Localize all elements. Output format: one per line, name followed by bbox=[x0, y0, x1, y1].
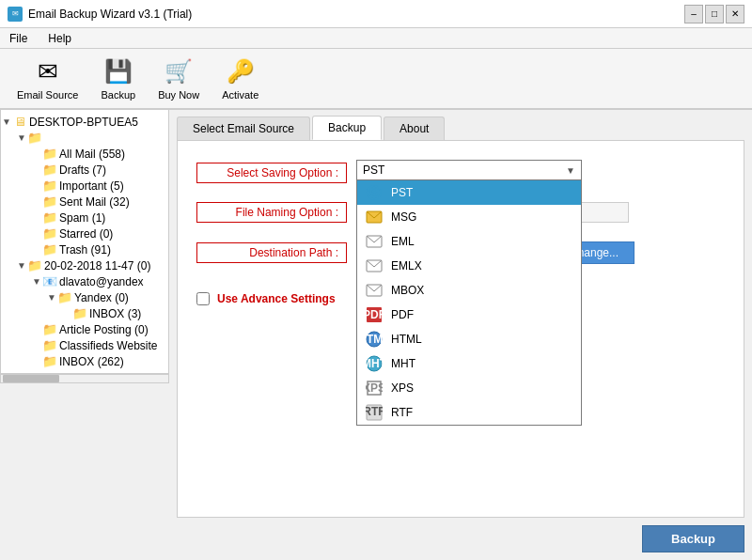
rtf-label: RTF bbox=[391, 406, 413, 419]
toolbar-buy-now[interactable]: 🛒 Buy Now bbox=[149, 53, 209, 104]
sidebar-item[interactable]: ▼🖥DESKTOP-BPTUEA5 bbox=[1, 114, 168, 130]
tabs-bar: Select Email Source Backup About bbox=[169, 110, 752, 140]
toolbar-backup[interactable]: 💾 Backup bbox=[91, 53, 145, 104]
folder-icon: 📁 bbox=[27, 131, 42, 145]
dropdown-item-pdf[interactable]: PDFPDF bbox=[357, 303, 581, 327]
svg-text:XPS: XPS bbox=[366, 381, 383, 395]
pdf-label: PDF bbox=[391, 308, 414, 321]
sidebar-item[interactable]: 📁INBOX (3) bbox=[1, 305, 168, 321]
title-bar: ✉ Email Backup Wizard v3.1 (Trial) – □ ✕ bbox=[0, 0, 752, 28]
dropdown-item-html[interactable]: HTMLHTML bbox=[357, 327, 581, 351]
sidebar-item[interactable]: 📁Classifieds Website bbox=[1, 337, 168, 353]
app-icon: ✉ bbox=[8, 7, 23, 22]
svg-text:MHT: MHT bbox=[366, 357, 383, 370]
tree-label: Classifieds Website bbox=[59, 339, 157, 352]
menu-bar: File Help bbox=[0, 28, 752, 49]
dropdown-item-pst[interactable]: PSTPST bbox=[357, 180, 581, 205]
sidebar-item[interactable]: 📁Important (5) bbox=[1, 178, 168, 194]
dropdown-list: PSTPSTMSGEMLEMLXMBOXPDFPDFHTMLHTMLMHTMHT… bbox=[356, 180, 582, 426]
sidebar-item[interactable]: 📁Trash (91) bbox=[1, 241, 168, 257]
sidebar-item[interactable]: ▼📁Yandex (0) bbox=[1, 289, 168, 305]
emlx-icon bbox=[365, 257, 384, 274]
sidebar-item[interactable]: 📁All Mail (558) bbox=[1, 146, 168, 162]
dropdown-item-msg[interactable]: MSG bbox=[357, 205, 581, 229]
sidebar-item[interactable]: ▼📁 bbox=[1, 130, 168, 146]
folder-icon: 📁 bbox=[42, 226, 57, 241]
expand-icon: ▼ bbox=[46, 292, 57, 303]
dropdown-item-rtf[interactable]: RTFRTF bbox=[357, 400, 581, 425]
activate-icon: 🔑 bbox=[226, 56, 256, 86]
mbox-label: MBOX bbox=[391, 284, 424, 297]
menu-help[interactable]: Help bbox=[42, 30, 77, 47]
tree-label: Yandex (0) bbox=[74, 291, 129, 304]
sidebar-scrollbar[interactable] bbox=[0, 374, 169, 383]
tree-label: DESKTOP-BPTUEA5 bbox=[29, 116, 138, 129]
tree-label: dlavato@yandex bbox=[59, 275, 144, 288]
backup-button[interactable]: Backup bbox=[642, 525, 744, 552]
sidebar-item[interactable]: 📁Starred (0) bbox=[1, 226, 168, 241]
select-saving-option-row: Select Saving Option : PST ▼ PSTPSTMSGEM… bbox=[196, 160, 725, 183]
folder-icon: 📁 bbox=[72, 306, 87, 320]
toolbar-email-source[interactable]: ✉ Email Source bbox=[8, 53, 87, 104]
dropdown-item-emlx[interactable]: EMLX bbox=[357, 254, 581, 278]
tab-select-email-source[interactable]: Select Email Source bbox=[177, 117, 310, 140]
folder-icon: 📁 bbox=[42, 163, 57, 177]
dropdown-item-mht[interactable]: MHTMHT bbox=[357, 351, 581, 376]
expand-icon: ▼ bbox=[16, 260, 27, 271]
dropdown-value: PST bbox=[363, 163, 384, 177]
sidebar-item[interactable]: 📁Drafts (7) bbox=[1, 162, 168, 178]
dropdown-arrow-icon: ▼ bbox=[566, 165, 575, 176]
title-bar-title: Email Backup Wizard v3.1 (Trial) bbox=[28, 8, 192, 21]
pst-label: PST bbox=[391, 186, 413, 199]
folder-icon: 📁 bbox=[42, 210, 57, 225]
email-source-label: Email Source bbox=[17, 89, 78, 101]
dropdown-item-xps[interactable]: XPSXPS bbox=[357, 376, 581, 400]
tree-label: INBOX (262) bbox=[59, 355, 124, 368]
maximize-button[interactable]: □ bbox=[705, 5, 724, 23]
folder-icon: 📁 bbox=[42, 322, 57, 336]
dropdown-item-mbox[interactable]: MBOX bbox=[357, 278, 581, 303]
expand-icon: ▼ bbox=[16, 132, 27, 143]
tree-label: All Mail (558) bbox=[59, 148, 125, 161]
pdf-icon: PDF bbox=[365, 306, 384, 323]
emlx-label: EMLX bbox=[391, 259, 422, 272]
dropdown-display[interactable]: PST ▼ bbox=[356, 160, 582, 180]
dropdown-item-eml[interactable]: EML bbox=[357, 229, 581, 254]
sidebar-item[interactable]: 📁Spam (1) bbox=[1, 210, 168, 226]
advance-settings-checkbox[interactable] bbox=[196, 292, 210, 305]
sidebar-item[interactable]: 📁Article Posting (0) bbox=[1, 321, 168, 337]
expand-icon: ▼ bbox=[1, 117, 12, 127]
toolbar-activate[interactable]: 🔑 Activate bbox=[212, 53, 268, 104]
folder-icon: 📁 bbox=[42, 194, 57, 209]
folder-icon: 📁 bbox=[42, 338, 57, 352]
svg-text:HTML: HTML bbox=[366, 333, 383, 346]
activate-label: Activate bbox=[222, 89, 258, 101]
saving-option-dropdown[interactable]: PST ▼ PSTPSTMSGEMLEMLXMBOXPDFPDFHTMLHTML… bbox=[356, 160, 582, 180]
expand-icon: ▼ bbox=[31, 276, 42, 287]
svg-text:PST: PST bbox=[366, 186, 383, 199]
tree-label: Article Posting (0) bbox=[59, 323, 149, 336]
xps-icon: XPS bbox=[365, 380, 384, 397]
folder-icon: 📁 bbox=[42, 354, 57, 368]
menu-file[interactable]: File bbox=[4, 30, 33, 47]
tab-about[interactable]: About bbox=[384, 117, 445, 140]
sidebar-item[interactable]: 📁Sent Mail (32) bbox=[1, 194, 168, 210]
toolbar: ✉ Email Source 💾 Backup 🛒 Buy Now 🔑 Acti… bbox=[0, 49, 752, 110]
folder-icon: 📁 bbox=[57, 290, 72, 304]
mht-icon: MHT bbox=[365, 355, 384, 372]
file-naming-option-label: File Naming Option : bbox=[196, 202, 347, 223]
sidebar-item[interactable]: ▼📧dlavato@yandex bbox=[1, 273, 168, 289]
backup-icon: 💾 bbox=[103, 56, 133, 86]
tree-label: Starred (0) bbox=[59, 227, 113, 241]
html-icon: HTML bbox=[365, 331, 384, 348]
tree-label: Trash (91) bbox=[59, 243, 111, 257]
sidebar-item[interactable]: 📁INBOX (262) bbox=[1, 353, 168, 369]
tab-backup[interactable]: Backup bbox=[312, 116, 382, 140]
rtf-icon: RTF bbox=[365, 404, 384, 421]
close-button[interactable]: ✕ bbox=[726, 5, 744, 23]
xps-label: XPS bbox=[391, 381, 414, 395]
folder-icon: 📁 bbox=[27, 258, 42, 272]
mbox-icon bbox=[365, 282, 384, 299]
minimize-button[interactable]: – bbox=[684, 5, 703, 23]
sidebar-item[interactable]: ▼📁20-02-2018 11-47 (0) bbox=[1, 257, 168, 273]
